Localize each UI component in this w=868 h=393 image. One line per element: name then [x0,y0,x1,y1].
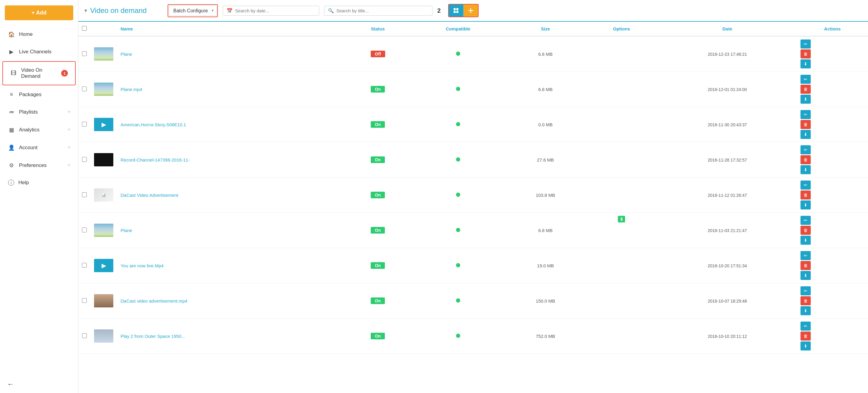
action-buttons: ✏ 🗑 ⬇ [801,110,864,139]
download-button[interactable]: ⬇ [801,201,811,209]
delete-button[interactable]: 🗑 [801,261,811,270]
th-size[interactable]: Size [506,22,585,36]
download-button[interactable]: ⬇ [801,95,811,104]
download-button[interactable]: ⬇ [801,236,811,245]
compatible-indicator [456,157,460,161]
add-button[interactable]: + Add [5,5,73,20]
download-button[interactable]: ⬇ [801,341,811,351]
sidebar-item-preferences[interactable]: ⚙ Preferences + [0,156,78,174]
th-compatible[interactable]: Compatible [410,22,506,36]
back-button[interactable]: ← [7,380,14,388]
sidebar-item-home[interactable]: 🏠 Home [0,26,78,43]
file-size: 27.6 MB [537,157,554,162]
row-checkbox[interactable] [82,157,87,162]
delete-button[interactable]: 🗑 [801,296,811,305]
table-row: Plane.mp4On6.6 MB2016-12-01 01:24:00 ✏ 🗑… [79,72,868,107]
sidebar-item-video-on-demand[interactable]: 🎞 Video On Demand 1 [3,62,75,85]
compatible-indicator [456,122,460,126]
video-thumbnail: 📊 [94,188,113,202]
delete-button[interactable]: 🗑 [801,85,811,94]
action-buttons: ✏ 🗑 ⬇ [801,75,864,104]
edit-button[interactable]: ✏ [801,322,811,331]
row-checkbox[interactable] [82,333,87,338]
header-bar: ▾ Video on demand Batch Configure 📅 🔍 2 [79,0,868,22]
sidebar-item-live-channels[interactable]: ▶ Live Channels [0,43,78,61]
video-thumbnail [94,329,113,343]
th-name[interactable]: Name [117,22,345,36]
edit-button[interactable]: ✏ [801,216,811,225]
search-icon: 🔍 [328,8,334,13]
playlists-plus-icon: + [67,109,71,115]
edit-button[interactable]: ✏ [801,145,811,154]
header-count: 2 [437,7,443,14]
status-badge: On [371,156,385,163]
row-checkbox[interactable] [82,298,87,303]
help-icon: i [8,180,14,186]
row-checkbox[interactable] [82,228,87,232]
batch-configure-select[interactable]: Batch Configure [169,5,217,16]
delete-button[interactable]: 🗑 [801,120,811,129]
table-header-row: Name Status Compatible Size Options Date… [79,22,868,36]
home-icon: 🏠 [8,31,15,38]
row-checkbox[interactable] [82,263,87,268]
edit-button[interactable]: ✏ [801,75,811,84]
sidebar-item-account[interactable]: 👤 Account + [0,139,78,156]
sidebar-label-live-channels: Live Channels [19,49,71,55]
sidebar-item-packages[interactable]: ≡ Packages [0,86,78,103]
search-date-input[interactable] [235,8,315,13]
edit-button[interactable]: ✏ [801,39,811,49]
add-content-button[interactable] [464,4,478,17]
video-name[interactable]: DaCast Video Advertisement [121,192,179,198]
th-date[interactable]: Date [658,22,797,36]
sidebar-item-playlists[interactable]: ≔ Playlists + [0,103,78,121]
select-all-checkbox[interactable] [82,26,87,31]
video-thumbnail [94,47,113,61]
svg-rect-0 [454,8,456,10]
edit-button[interactable]: ✏ [801,286,811,295]
file-size: 0.0 MB [538,122,553,127]
table-row: Play 2 from Outer Space 1950...On752.0 M… [79,319,868,354]
upload-date: 2016-10-07 18:29:48 [708,299,747,303]
search-title-input[interactable] [336,8,429,13]
row-checkbox[interactable] [82,51,87,56]
edit-button[interactable]: ✏ [801,110,811,119]
delete-button[interactable]: 🗑 [801,190,811,200]
video-name[interactable]: Play 2 from Outer Space 1950... [121,334,185,339]
sidebar-label-help: Help [19,180,71,186]
edit-button[interactable]: ✏ [801,251,811,260]
delete-button[interactable]: 🗑 [801,50,811,58]
delete-button[interactable]: 🗑 [801,332,811,340]
row-checkbox[interactable] [82,87,87,91]
video-name[interactable]: Plane [121,228,132,233]
file-size: 103.8 MB [536,192,555,198]
video-name[interactable]: Plane.mp4 [121,87,142,92]
download-button[interactable]: ⬇ [801,306,811,315]
status-badge: On [371,192,385,198]
row-checkbox[interactable] [82,192,87,197]
table-row: PlaneOff6.6 MB2016-12-23 17:46:21 ✏ 🗑 ⬇ [79,36,868,72]
row-checkbox[interactable] [82,122,87,127]
video-name[interactable]: Record-Channel-147398-2016-11- [121,157,190,162]
th-options[interactable]: Options [585,22,658,36]
th-status[interactable]: Status [345,22,410,36]
select-all-header [79,22,90,36]
video-name[interactable]: You are now live.Mp4 [121,263,164,268]
video-name[interactable]: DaCast video advertisement.mp4 [121,298,187,303]
file-size: 6.6 MB [538,87,553,92]
title-dropdown-arrow[interactable]: ▾ [84,7,87,14]
download-button[interactable]: ⬇ [801,59,811,68]
delete-button[interactable]: 🗑 [801,226,811,235]
account-icon: 👤 [8,144,15,151]
video-name[interactable]: American.Horror.Story.S06E10.1 [121,122,186,127]
action-buttons: ✏ 🗑 ⬇ [801,39,864,68]
download-button[interactable]: ⬇ [801,271,811,280]
sidebar-item-help[interactable]: i Help [0,174,78,191]
download-button[interactable]: ⬇ [801,130,811,139]
download-button[interactable]: ⬇ [801,165,811,174]
grid-view-button[interactable] [449,4,464,17]
file-size: 19.0 MB [537,263,554,268]
sidebar-item-analytics[interactable]: ▦ Analytics + [0,121,78,139]
video-name[interactable]: Plane [121,52,132,57]
edit-button[interactable]: ✏ [801,181,811,189]
delete-button[interactable]: 🗑 [801,155,811,164]
